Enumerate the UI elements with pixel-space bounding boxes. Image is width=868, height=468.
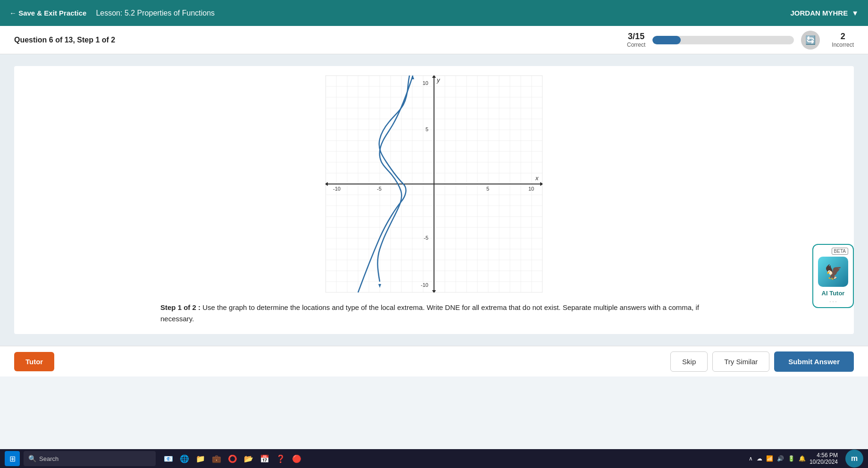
- ai-tutor-dots: · · ·: [829, 299, 836, 304]
- user-avatar-taskbar[interactable]: m: [845, 450, 863, 468]
- try-similar-button[interactable]: Try Similar: [712, 351, 769, 372]
- graph-container: x y -5 5 -10 10 5 -5 10 -10: [326, 75, 542, 292]
- taskbar-icon-app[interactable]: 🔴: [290, 452, 303, 465]
- svg-text:-10: -10: [333, 186, 341, 192]
- progress-section: 3/15 Correct 🔄 2 Incorrect: [627, 31, 854, 50]
- search-label: Search: [39, 455, 58, 462]
- taskbar-wifi-icon: 📶: [766, 455, 773, 462]
- taskbar-search[interactable]: 🔍 Search: [24, 451, 156, 466]
- lesson-title: Lesson: 5.2 Properties of Functions: [96, 9, 790, 17]
- ai-tutor-icon: 🦅: [818, 257, 848, 287]
- taskbar-icon-help[interactable]: ❓: [274, 452, 287, 465]
- taskbar-right: ∧ ☁ 📶 🔊 🔋 🔔 4:56 PM 10/20/2024: [749, 452, 838, 465]
- start-button[interactable]: ⊞: [5, 451, 20, 466]
- taskbar-network-icon: ☁: [757, 455, 762, 462]
- taskbar-notification-icon: 🔔: [799, 455, 806, 462]
- top-navigation: ← Save & Exit Practice Lesson: 5.2 Prope…: [0, 0, 868, 26]
- clock-time: 4:56 PM: [810, 452, 838, 459]
- svg-text:10: 10: [423, 80, 428, 86]
- incorrect-count: 2: [832, 32, 854, 42]
- svg-text:-10: -10: [421, 282, 428, 288]
- taskbar-icon-files[interactable]: 📂: [242, 452, 255, 465]
- clock-date: 10/20/2024: [810, 459, 838, 465]
- correct-count: 3/15: [627, 32, 645, 42]
- taskbar-icon-folder[interactable]: 📁: [194, 452, 207, 465]
- taskbar-icons: 📧 🌐 📁 💼 ⭕ 📂 📅 ❓ 🔴: [162, 452, 303, 465]
- step-label: Step 1 of 2 :: [160, 303, 202, 311]
- taskbar-battery-icon: 🔋: [788, 455, 795, 462]
- user-menu[interactable]: JORDAN MYHRE ▼: [790, 9, 859, 17]
- correct-label: Correct: [627, 42, 645, 48]
- sub-header: Question 6 of 13, Step 1 of 2 3/15 Corre…: [0, 26, 868, 54]
- svg-text:10: 10: [528, 186, 534, 192]
- step-instruction: Step 1 of 2 : Use the graph to determine…: [151, 302, 717, 325]
- save-exit-button[interactable]: ← Save & Exit Practice: [9, 9, 86, 17]
- function-graph: x y -5 5 -10 10 5 -5 10 -10: [326, 75, 542, 292]
- taskbar-icon-browser[interactable]: 🌐: [178, 452, 191, 465]
- avatar-icon: m: [845, 450, 863, 468]
- content-wrapper: x y -5 5 -10 10 5 -5 10 -10: [24, 75, 844, 325]
- step-body: Use the graph to determine the locations…: [160, 303, 699, 323]
- skip-button[interactable]: Skip: [670, 351, 708, 372]
- dropdown-icon: ▼: [851, 9, 859, 17]
- incorrect-section: 2 Incorrect: [832, 32, 854, 48]
- taskbar-clock: 4:56 PM 10/20/2024: [810, 452, 838, 465]
- ai-tutor-label: AI Tutor: [822, 290, 845, 297]
- incorrect-label: Incorrect: [832, 42, 854, 48]
- svg-text:5: 5: [426, 126, 428, 132]
- taskbar: ⊞ 🔍 Search 📧 🌐 📁 💼 ⭕ 📂 📅 ❓ 🔴 ∧ ☁ 📶 🔊 🔋 🔔…: [0, 449, 868, 468]
- correct-section: 3/15 Correct: [627, 32, 645, 48]
- taskbar-icon-teams[interactable]: 💼: [210, 452, 223, 465]
- taskbar-volume-icon: 🔊: [777, 455, 784, 462]
- taskbar-icon-calendar[interactable]: 📅: [258, 452, 271, 465]
- ai-tutor-panel[interactable]: BETA 🦅 AI Tutor · · ·: [812, 244, 854, 308]
- svg-text:-5: -5: [377, 186, 382, 192]
- taskbar-icon-mail[interactable]: 📧: [162, 452, 175, 465]
- main-content-area: x y -5 5 -10 10 5 -5 10 -10: [14, 66, 854, 334]
- beta-badge: BETA: [832, 248, 848, 255]
- user-name: JORDAN MYHRE: [790, 9, 848, 17]
- svg-text:-5: -5: [424, 235, 428, 241]
- search-icon: 🔍: [28, 455, 36, 462]
- action-bar: Tutor Skip Try Similar Submit Answer: [0, 346, 868, 376]
- taskbar-icon-alexa[interactable]: ⭕: [226, 452, 239, 465]
- submit-answer-button[interactable]: Submit Answer: [774, 351, 854, 372]
- action-buttons: Skip Try Similar Submit Answer: [670, 351, 854, 372]
- progress-fill: [652, 36, 681, 44]
- streak-icon: 🔄: [801, 31, 820, 50]
- svg-text:5: 5: [486, 186, 489, 192]
- svg-text:x: x: [535, 175, 539, 182]
- progress-bar: [652, 36, 794, 44]
- taskbar-up-arrow: ∧: [749, 455, 753, 462]
- tutor-button[interactable]: Tutor: [14, 352, 54, 371]
- question-info: Question 6 of 13, Step 1 of 2: [14, 36, 627, 44]
